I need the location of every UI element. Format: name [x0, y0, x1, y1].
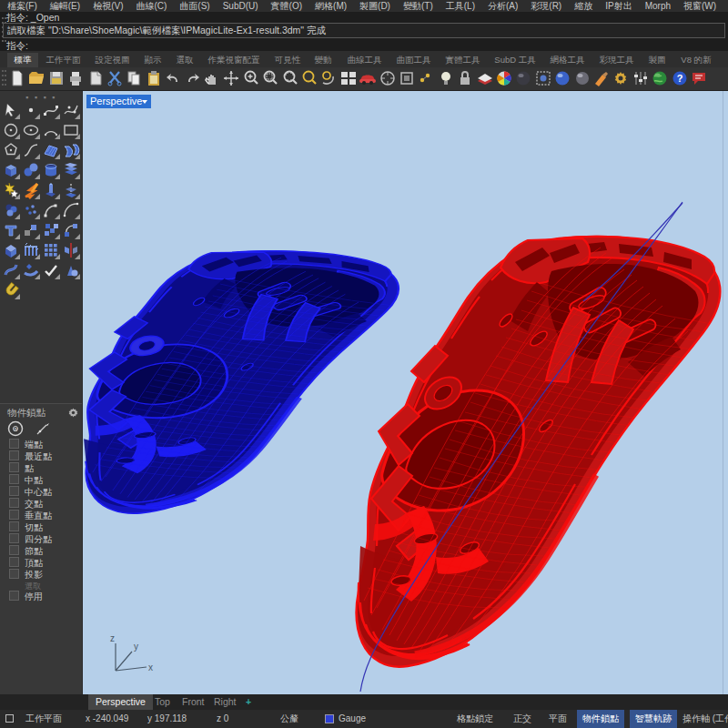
svg-text:a: a: [14, 426, 17, 432]
svg-text:y: y: [134, 642, 138, 652]
svg-text:?: ?: [677, 73, 683, 84]
svg-text:z: z: [110, 633, 115, 643]
svg-text:x: x: [148, 662, 153, 672]
